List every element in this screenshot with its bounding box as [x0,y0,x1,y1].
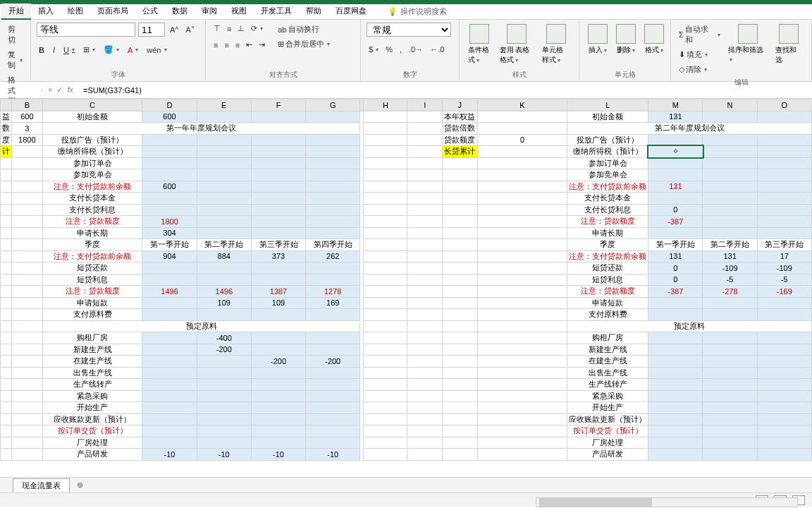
cell[interactable] [757,204,811,216]
cell[interactable] [442,274,477,286]
cell[interactable]: 支付长贷利息 [42,204,142,216]
cell[interactable] [477,250,567,262]
cell[interactable]: 参加订单会 [567,157,648,169]
cell[interactable]: 第四季开始 [306,239,360,251]
cell[interactable] [1,181,12,193]
cell[interactable] [703,146,757,158]
align-left-button[interactable]: ≡ [211,39,220,51]
cell[interactable]: 出售生产线 [42,367,142,379]
cell[interactable] [1,344,12,356]
cell[interactable]: 在建生产线 [567,356,648,368]
cell[interactable]: 开始生产 [567,402,648,414]
cell[interactable]: 131 [648,111,703,123]
cell[interactable] [757,227,811,239]
cell[interactable] [703,449,757,461]
cut-button[interactable]: 剪切 [6,23,25,47]
cell[interactable] [407,320,442,332]
cell[interactable] [757,193,811,205]
cell[interactable] [477,390,567,402]
cell[interactable] [648,309,703,321]
menu-tab-0[interactable]: 开始 [1,4,31,20]
cell[interactable] [703,356,757,368]
cell[interactable] [477,320,567,332]
cell[interactable]: 缴纳所得税（预计） [42,146,142,158]
cell[interactable] [142,379,197,391]
cell[interactable]: -109 [703,262,757,274]
cell[interactable] [703,379,757,391]
cell[interactable]: 短贷还款 [42,262,142,274]
col-header[interactable]: G [306,99,360,111]
cell[interactable]: 缴纳所得税（预计） [567,146,648,158]
border-button[interactable]: ⊞ [81,44,97,56]
menu-tab-8[interactable]: 开发工具 [254,4,299,20]
cell[interactable] [251,367,305,379]
cell[interactable] [142,262,197,274]
cell[interactable] [442,320,477,332]
cell[interactable]: -200 [306,356,360,368]
tell-me-search[interactable]: 操作说明搜索 [400,6,447,17]
indent-dec-button[interactable]: ⇤ [244,39,254,51]
cell[interactable] [306,390,360,402]
orientation-button[interactable]: ⟳ [249,23,265,35]
cell[interactable]: 度 [1,134,12,146]
cell[interactable]: 373 [251,250,305,262]
cell[interactable]: 贷款倍数 [442,123,477,135]
cell[interactable] [197,390,251,402]
new-sheet-button[interactable]: ⊕ [77,480,83,490]
cell[interactable] [251,390,305,402]
cell[interactable] [364,425,407,437]
format-as-table-button[interactable]: 套用 表格格式 [497,23,537,66]
cell[interactable] [364,239,407,251]
cell[interactable] [703,297,757,309]
cell[interactable]: 600 [142,181,197,193]
cell[interactable] [12,227,43,239]
menu-tab-9[interactable]: 帮助 [299,4,328,20]
cell[interactable] [442,297,477,309]
cell[interactable] [648,367,703,379]
indent-inc-button[interactable]: ⇥ [257,39,267,51]
cell[interactable] [12,356,43,368]
cell[interactable] [364,204,407,216]
align-right-button[interactable]: ≡ [233,39,242,51]
cell[interactable] [1,425,12,437]
col-header[interactable]: B [12,99,43,111]
cell[interactable] [364,390,407,402]
cell[interactable] [12,286,43,298]
cell[interactable]: 购租厂房 [42,332,142,344]
cell[interactable]: 904 [142,250,197,262]
align-center-button[interactable]: ≡ [222,39,230,51]
cell[interactable] [407,250,442,262]
cell[interactable]: ✧ [648,146,703,158]
cell[interactable] [197,356,251,368]
align-top-button[interactable]: ⊤ [211,23,223,35]
cell[interactable]: 第一季开始 [648,239,703,251]
cell[interactable] [251,274,305,286]
cell[interactable]: 申请长期 [567,227,648,239]
cell[interactable] [1,367,12,379]
menu-tab-4[interactable]: 公式 [135,4,165,20]
menu-tab-10[interactable]: 百度网盘 [328,4,374,20]
cell[interactable] [648,402,703,414]
cell[interactable] [757,169,811,181]
comma-button[interactable]: , [398,44,404,55]
cell[interactable] [306,169,360,181]
cell[interactable] [364,297,407,309]
cell[interactable] [306,379,360,391]
cell[interactable]: 产品研发 [567,449,648,461]
col-header[interactable]: I [407,99,442,111]
cell[interactable] [197,169,251,181]
col-header[interactable]: O [757,99,811,111]
cell[interactable] [197,134,251,146]
cell[interactable] [142,402,197,414]
cell[interactable] [142,332,197,344]
cell[interactable] [142,169,197,181]
cell[interactable]: 厂房处理 [42,437,142,449]
cell[interactable] [251,146,305,158]
cell[interactable]: 注意：贷款额度 [567,216,648,228]
cell[interactable]: 厂房处理 [567,437,648,449]
cell[interactable] [364,123,407,135]
cell[interactable] [407,379,442,391]
cell[interactable] [251,425,305,437]
cell[interactable] [442,204,477,216]
cell[interactable]: -10 [197,449,251,461]
